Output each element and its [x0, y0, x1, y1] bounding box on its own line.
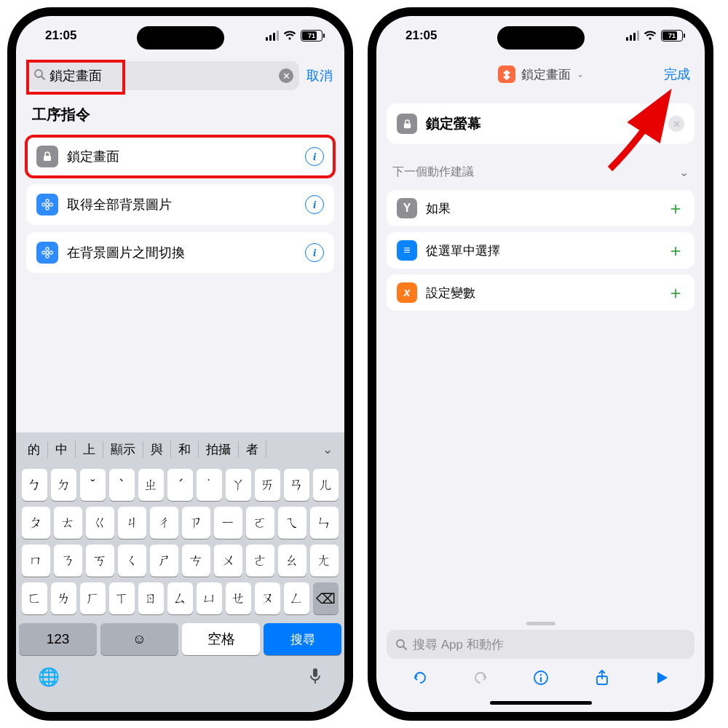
result-label: 在背景圖片之間切換	[67, 244, 296, 261]
cancel-button[interactable]: 取消	[306, 67, 333, 84]
add-icon[interactable]: ＋	[667, 239, 684, 262]
info-icon[interactable]	[532, 669, 550, 691]
share-icon[interactable]	[593, 669, 611, 691]
key[interactable]: ㄥ	[284, 582, 309, 614]
key[interactable]: ㄢ	[284, 469, 309, 501]
key[interactable]: ㄟ	[278, 507, 306, 539]
key-space[interactable]: 空格	[182, 623, 260, 655]
key[interactable]: ㄜ	[246, 545, 274, 577]
result-item-switch-wallpaper[interactable]: 在背景圖片之間切換 i	[26, 232, 334, 273]
key[interactable]: ㄩ	[197, 582, 222, 614]
key[interactable]: ㄝ	[226, 582, 251, 614]
flower-icon	[36, 242, 58, 264]
suggestion[interactable]: 者	[239, 441, 266, 458]
key[interactable]: ㄆ	[22, 507, 50, 539]
key[interactable]: ㄈ	[22, 582, 47, 614]
action-card-lock-screen[interactable]: 鎖定螢幕 ✕	[387, 103, 695, 144]
remove-action-icon[interactable]: ✕	[668, 116, 684, 132]
search-input[interactable]: 鎖定畫面 ✕	[28, 61, 299, 90]
clear-search-icon[interactable]: ✕	[279, 68, 293, 83]
add-icon[interactable]: ＋	[667, 281, 684, 304]
suggestion-item-if[interactable]: Y 如果 ＋	[387, 190, 695, 226]
result-item-get-wallpapers[interactable]: 取得全部背景圖片 i	[26, 184, 334, 225]
key[interactable]: ㄔ	[150, 507, 178, 539]
svg-point-3	[46, 203, 49, 206]
globe-icon[interactable]: 🌐	[38, 667, 60, 690]
key[interactable]: ㄎ	[86, 545, 114, 577]
key[interactable]: ㄤ	[310, 545, 339, 577]
key[interactable]: ㄣ	[310, 507, 339, 539]
info-icon[interactable]: i	[305, 195, 324, 214]
key[interactable]: ㄕ	[150, 545, 178, 577]
status-time: 21:05	[405, 28, 437, 43]
key[interactable]: ㄨ	[214, 545, 242, 577]
key-backspace[interactable]: ⌫	[313, 582, 339, 614]
done-button[interactable]: 完成	[664, 66, 690, 83]
key[interactable]: ㄉ	[51, 469, 76, 501]
key-emoji[interactable]: ☺	[100, 623, 178, 655]
keyboard: 的 中 上 顯示 與 和 拍攝 者 ⌄ ㄅㄉˇˋㄓˊ˙ㄚㄞㄢㄦㄆㄊㄍㄐㄔㄗㄧㄛㄟ…	[16, 432, 344, 712]
key[interactable]: ㄑ	[118, 545, 146, 577]
key[interactable]: ㄖ	[138, 582, 164, 614]
key[interactable]: ˊ	[167, 469, 193, 501]
grab-handle[interactable]	[526, 622, 555, 625]
suggestion-header[interactable]: 下一個動作建議 ⌄	[376, 151, 705, 184]
key[interactable]: ˇ	[80, 469, 106, 501]
key[interactable]: ˙	[197, 469, 222, 501]
play-icon[interactable]	[654, 670, 670, 690]
suggestion-item-choose-from-menu[interactable]: ≡ 從選單中選擇 ＋	[387, 232, 695, 269]
nav-bar: 鎖定畫面 ⌄ 完成	[376, 58, 705, 90]
mic-icon[interactable]	[308, 667, 323, 690]
key[interactable]: ㄧ	[214, 507, 242, 539]
key[interactable]: ㄞ	[255, 469, 280, 501]
suggestion[interactable]: 上	[76, 441, 103, 458]
key[interactable]: ˋ	[109, 469, 135, 501]
search-actions-input[interactable]: 搜尋 App 和動作	[387, 630, 695, 659]
key[interactable]: ㄦ	[313, 469, 339, 501]
key[interactable]: ㄒ	[109, 582, 135, 614]
key[interactable]: ㄓ	[138, 469, 164, 501]
key[interactable]: ㄇ	[22, 545, 50, 577]
suggestion-item-set-variable[interactable]: x 設定變數 ＋	[387, 274, 695, 311]
key[interactable]: ㄡ	[255, 582, 280, 614]
status-time: 21:05	[45, 28, 76, 43]
info-icon[interactable]: i	[305, 147, 324, 166]
key[interactable]: ㄗ	[182, 507, 210, 539]
key[interactable]: ㄍ	[86, 507, 114, 539]
suggestion[interactable]: 顯示	[103, 441, 143, 458]
suggestion[interactable]: 拍攝	[199, 441, 239, 458]
chevron-down-icon[interactable]: ⌄	[315, 442, 340, 457]
undo-icon[interactable]	[411, 669, 429, 691]
key[interactable]: ㄋ	[54, 545, 82, 577]
screen-right: 21:05 71 鎖定畫面 ⌄ 完成 鎖定螢幕	[376, 16, 705, 712]
phone-left: 21:05 71 鎖定畫面 ✕ 取消 工序指令	[7, 7, 353, 721]
suggestion-list: Y 如果 ＋ ≡ 從選單中選擇 ＋ x 設定變數 ＋	[376, 190, 705, 311]
key[interactable]: ㄊ	[54, 507, 82, 539]
bottom-toolbar	[376, 659, 705, 694]
key[interactable]: ㄘ	[182, 545, 210, 577]
key[interactable]: ㄙ	[167, 582, 193, 614]
svg-rect-2	[44, 156, 51, 161]
key-search[interactable]: 搜尋	[264, 623, 341, 655]
info-icon[interactable]: i	[305, 243, 324, 262]
screen-left: 21:05 71 鎖定畫面 ✕ 取消 工序指令	[16, 16, 344, 712]
key-123[interactable]: 123	[19, 623, 97, 655]
key[interactable]: ㄛ	[246, 507, 274, 539]
suggestion[interactable]: 的	[20, 441, 48, 458]
key[interactable]: ㄠ	[278, 545, 306, 577]
suggestion[interactable]: 與	[143, 441, 171, 458]
key[interactable]: ㄐ	[118, 507, 146, 539]
search-icon	[395, 638, 407, 650]
search-value: 鎖定畫面	[50, 67, 279, 84]
keyboard-keys: ㄅㄉˇˋㄓˊ˙ㄚㄞㄢㄦㄆㄊㄍㄐㄔㄗㄧㄛㄟㄣㄇㄋㄎㄑㄕㄘㄨㄜㄠㄤㄈㄌㄏㄒㄖㄙㄩㄝㄡ…	[16, 466, 344, 623]
suggestion[interactable]: 和	[171, 441, 199, 458]
key[interactable]: ㄚ	[226, 469, 251, 501]
battery-icon: 71	[301, 30, 323, 41]
add-icon[interactable]: ＋	[667, 197, 684, 220]
key[interactable]: ㄏ	[80, 582, 106, 614]
result-item-lock-screen[interactable]: 鎖定畫面 i	[26, 136, 334, 177]
key[interactable]: ㄅ	[22, 469, 47, 501]
shortcut-title-chip[interactable]: 鎖定畫面 ⌄	[491, 63, 591, 86]
suggestion[interactable]: 中	[48, 441, 76, 458]
key[interactable]: ㄌ	[51, 582, 76, 614]
